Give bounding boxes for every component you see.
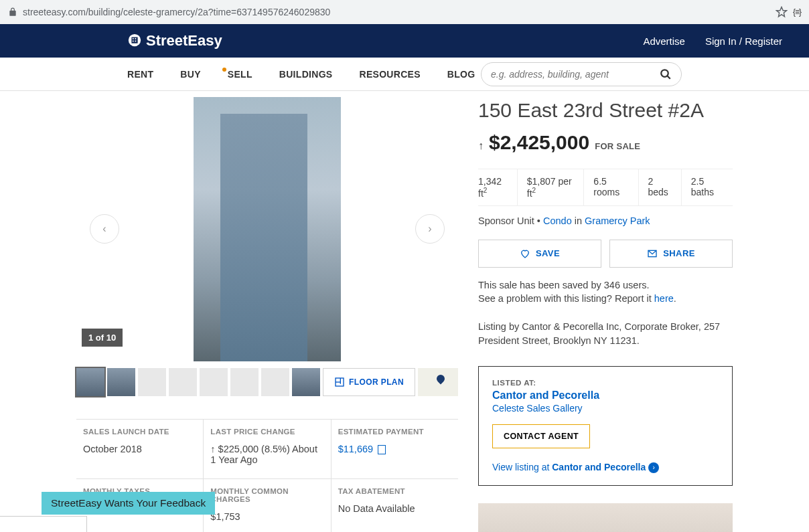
gallery-main-image[interactable] xyxy=(194,97,341,361)
agent-sub-link[interactable]: Celeste Sales Gallery xyxy=(492,403,719,414)
detail-label: LAST PRICE CHANGE xyxy=(210,428,323,436)
arrow-right-icon: › xyxy=(648,462,659,473)
main-nav: RENT BUY SELL BUILDINGS RESOURCES BLOG xyxy=(0,58,809,91)
gallery-counter: 1 of 10 xyxy=(82,329,123,347)
thumbnail[interactable] xyxy=(230,368,259,396)
url-text[interactable]: streeteasy.com/building/celeste-gramercy… xyxy=(23,7,770,17)
nav-buy[interactable]: BUY xyxy=(180,69,200,80)
detail-value: No Data Available xyxy=(338,503,451,514)
gallery-prev-button[interactable]: ‹ xyxy=(90,214,119,244)
detail-label: TAX ABATEMENT xyxy=(338,487,451,495)
nav-resources[interactable]: RESOURCES xyxy=(359,69,420,80)
sign-in-link[interactable]: Sign In / Register xyxy=(705,35,782,47)
nav-rent[interactable]: RENT xyxy=(127,69,153,80)
fact-ppsf: $1,807 per ft2 xyxy=(517,169,584,205)
bottom-tab-fragment xyxy=(0,516,87,532)
thumbnail[interactable] xyxy=(76,368,104,396)
svg-point-6 xyxy=(661,70,668,77)
price-row: ↑ $2,425,000 FOR SALE xyxy=(478,131,733,154)
thumbnail[interactable] xyxy=(292,368,320,396)
detail-label: SALES LAUNCH DATE xyxy=(83,428,196,436)
map-thumbnail[interactable] xyxy=(418,368,458,396)
browser-address-bar: streeteasy.com/building/celeste-gramercy… xyxy=(0,0,809,24)
thumbnail-strip: FLOOR PLAN xyxy=(76,368,458,396)
agent-name-link[interactable]: Cantor and Pecorella xyxy=(492,389,719,402)
saved-count: This sale has been saved by 346 users. xyxy=(478,280,733,290)
extension-icon[interactable]: {≡} xyxy=(793,7,801,17)
floor-plan-icon xyxy=(334,377,345,387)
fact-rooms: 6.5 rooms xyxy=(583,169,638,205)
type-line: Sponsor Unit • Condo in Gramercy Park xyxy=(478,215,733,226)
search-box[interactable] xyxy=(481,62,682,86)
share-button[interactable]: SHARE xyxy=(609,240,733,268)
svg-rect-2 xyxy=(133,38,134,39)
feedback-banner[interactable]: StreetEasy Wants Your Feedback xyxy=(42,492,215,515)
report-link[interactable]: here xyxy=(654,293,674,304)
photo-gallery: ‹ › 1 of 10 xyxy=(76,95,458,363)
svg-rect-4 xyxy=(133,41,134,42)
listing-title: 150 East 23rd Street #2A xyxy=(478,99,733,122)
price: $2,425,000 xyxy=(489,131,589,154)
logo[interactable]: StreetEasy xyxy=(127,32,222,50)
svg-line-7 xyxy=(667,76,670,79)
listed-at-label: LISTED AT: xyxy=(492,379,719,387)
thumbnail[interactable] xyxy=(107,368,135,396)
detail-value: October 2018 xyxy=(83,444,196,454)
detail-label: MONTHLY COMMON CHARGES xyxy=(210,487,323,503)
report-problem: See a problem with this listing? Report … xyxy=(478,293,733,304)
fact-baths: 2.5 baths xyxy=(681,169,733,205)
heart-icon xyxy=(520,248,530,259)
fact-beds: 2 beds xyxy=(638,169,681,205)
contact-agent-button[interactable]: CONTACT AGENT xyxy=(492,424,590,448)
detail-label: ESTIMATED PAYMENT xyxy=(338,428,451,436)
detail-value: ↑ $225,000 (8.5%) About 1 Year Ago xyxy=(210,444,323,465)
calculator-icon xyxy=(378,445,386,454)
detail-value: $1,753 xyxy=(210,511,323,522)
save-button[interactable]: SAVE xyxy=(478,240,601,268)
star-icon[interactable] xyxy=(776,6,788,18)
thumbnail[interactable] xyxy=(200,368,228,396)
search-icon[interactable] xyxy=(660,68,672,80)
nav-buildings[interactable]: BUILDINGS xyxy=(279,69,333,80)
nav-blog[interactable]: BLOG xyxy=(447,69,475,80)
status-badge: FOR SALE xyxy=(595,141,640,151)
advertise-link[interactable]: Advertise xyxy=(643,35,685,47)
brand-text: StreetEasy xyxy=(146,32,222,50)
top-bar: StreetEasy Advertise Sign In / Register xyxy=(0,24,809,58)
agent-panel: LISTED AT: Cantor and Pecorella Celeste … xyxy=(478,366,733,486)
listing-broker: Listing by Cantor & Pecorella Inc, Corpo… xyxy=(478,320,733,349)
thumbnail[interactable] xyxy=(138,368,166,396)
svg-rect-5 xyxy=(135,41,136,42)
fact-sqft: 1,342 ft2 xyxy=(478,169,517,205)
facts-row: 1,342 ft2 $1,807 per ft2 6.5 rooms 2 bed… xyxy=(478,169,733,206)
thumbnail[interactable] xyxy=(261,368,289,396)
envelope-icon xyxy=(647,248,658,259)
thumbnail[interactable] xyxy=(169,368,197,396)
floor-plan-button[interactable]: FLOOR PLAN xyxy=(323,368,415,396)
price-arrow-icon: ↑ xyxy=(478,140,484,152)
map-pin-icon xyxy=(435,373,447,385)
estimated-payment-link[interactable]: $11,669 xyxy=(338,444,451,454)
gallery-next-button[interactable]: › xyxy=(415,214,445,244)
speech-bubble-icon xyxy=(127,33,142,48)
neighborhood-link[interactable]: Gramercy Park xyxy=(585,215,650,226)
secondary-photo[interactable] xyxy=(478,503,733,532)
condo-link[interactable]: Condo xyxy=(543,215,572,226)
nav-sell[interactable]: SELL xyxy=(228,69,252,80)
search-input[interactable] xyxy=(491,69,660,80)
svg-rect-3 xyxy=(135,38,136,39)
lock-icon xyxy=(8,7,17,17)
details-table: SALES LAUNCH DATE October 2018 LAST PRIC… xyxy=(76,419,458,532)
view-listing-link[interactable]: View listing at Cantor and Pecorella › xyxy=(492,462,719,473)
